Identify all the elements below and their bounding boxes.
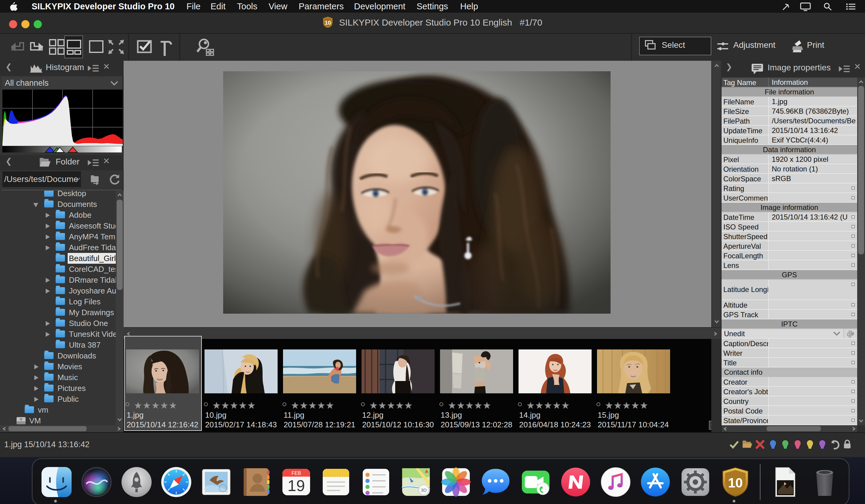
- svg-text:10: 10: [728, 476, 742, 490]
- svg-text:3D: 3D: [421, 488, 426, 493]
- svg-text:10: 10: [325, 20, 331, 26]
- svg-text:FEB: FEB: [291, 471, 301, 476]
- svg-text:19: 19: [288, 477, 305, 494]
